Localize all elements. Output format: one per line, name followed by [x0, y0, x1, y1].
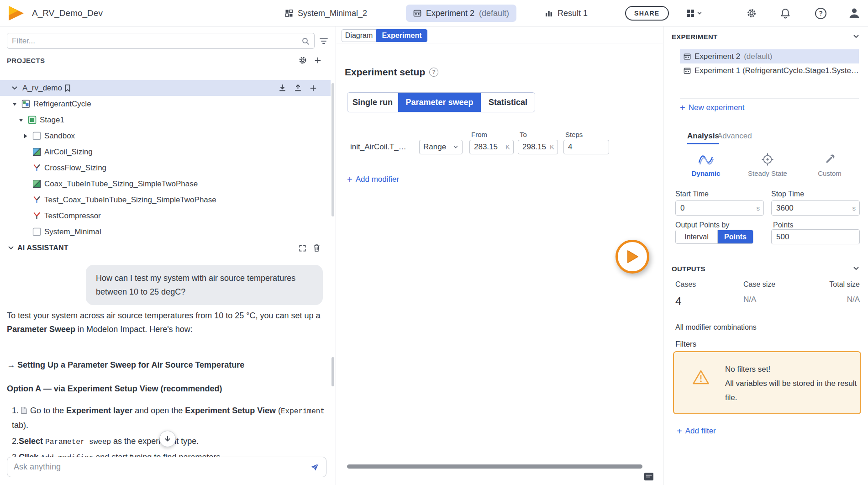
send-icon[interactable]: [310, 463, 320, 472]
tree-item-refrigerantcycle[interactable]: RefrigerantCycle: [0, 96, 331, 112]
stop-time-input[interactable]: [771, 200, 860, 216]
tree-item-stage1[interactable]: Stage1: [0, 112, 331, 128]
tree-item-system-minimal[interactable]: System_Minimal: [0, 224, 331, 240]
analysis-type-label: Steady State: [748, 169, 787, 177]
tree-item-testcompressor[interactable]: TestCompressor: [0, 208, 331, 224]
triangle-down-icon[interactable]: [16, 115, 26, 126]
apps-menu-button[interactable]: [686, 0, 702, 26]
triangle-down-icon[interactable]: [9, 99, 20, 110]
analysis-type-steady-state[interactable]: Steady State: [738, 153, 797, 177]
analysis-type-custom[interactable]: Custom: [800, 153, 859, 177]
experiment-list: Experiment 2 (default) Experiment 1 (Ref…: [680, 49, 859, 99]
projects-settings-gear-icon[interactable]: [298, 56, 307, 65]
modifier-parameter-name[interactable]: init_AirCoil.T_…: [350, 140, 417, 154]
mode-single-run[interactable]: Single run: [347, 93, 398, 112]
analysis-type-dynamic[interactable]: Dynamic: [676, 153, 736, 177]
tree-item-label: System_Minimal: [44, 227, 101, 237]
chevron-down-icon[interactable]: [7, 244, 15, 252]
upload-icon[interactable]: [292, 83, 303, 94]
share-button[interactable]: SHARE: [625, 6, 669, 21]
tree-item-label: Test_Coax_TubeInTube_Sizing_SimpleTwoPha…: [44, 195, 216, 205]
tab-experiment-2[interactable]: Experiment 2 (default): [406, 5, 516, 22]
add-project-plus-icon[interactable]: [314, 56, 322, 64]
new-experiment-link[interactable]: + New experiment: [680, 103, 745, 112]
mode-statistical[interactable]: Statistical: [481, 93, 535, 112]
steady-state-target-icon: [760, 153, 775, 166]
tree-scrollbar[interactable]: [331, 83, 334, 216]
start-time-input[interactable]: [675, 200, 764, 216]
add-filter-link[interactable]: + Add filter: [677, 427, 716, 436]
experiment-list-item[interactable]: Experiment 2 (default): [680, 49, 859, 63]
modifier-type-select[interactable]: Range: [419, 140, 463, 154]
ai-assistant-header[interactable]: AI ASSISTANT: [0, 240, 331, 256]
tab-advanced[interactable]: Advanced: [717, 132, 752, 141]
tab-system-minimal-2[interactable]: System_Minimal_2: [285, 0, 367, 26]
horizontal-scrollbar[interactable]: [347, 464, 642, 469]
experiment-suffix: (default): [744, 52, 772, 61]
toggle-points[interactable]: Points: [718, 230, 753, 243]
cases-value: 4: [675, 295, 681, 308]
ai-prompt-input[interactable]: [14, 462, 310, 472]
y-connector-icon: [31, 163, 42, 174]
user-avatar[interactable]: [847, 0, 861, 26]
expand-icon[interactable]: [299, 244, 306, 252]
tree-item-sandbox[interactable]: Sandbox: [0, 128, 331, 144]
from-field: K: [469, 140, 514, 154]
tree-item-test-coax[interactable]: Test_Coax_TubeInTube_Sizing_SimpleTwoPha…: [0, 192, 331, 208]
trash-icon[interactable]: [313, 244, 321, 252]
experiment-list-item[interactable]: Experiment 1 (RefrigerantCycle.Stage1.Sy…: [680, 63, 859, 78]
tree-item-label: A_rv_demo: [22, 84, 62, 93]
steps-input[interactable]: [563, 140, 609, 154]
analysis-type-label: Custom: [818, 169, 842, 177]
scroll-to-bottom-button[interactable]: [159, 431, 176, 447]
settings-button[interactable]: [746, 0, 757, 26]
experiment-name: Experiment 1 (RefrigerantCycle.Stage1.Sy…: [694, 66, 859, 75]
console-toggle-button[interactable]: [644, 472, 654, 481]
warning-text: No filters set! All variables will be st…: [725, 362, 859, 405]
seconds-unit-label: s: [757, 200, 760, 216]
tree-item-coax-tubeintube[interactable]: Coax_TubeInTube_Sizing_SimpleTwoPhase: [0, 176, 331, 192]
search-icon: [301, 37, 310, 45]
tab-diagram[interactable]: Diagram: [342, 29, 376, 42]
tree-item-aircoil-sizing[interactable]: AirCoil_Sizing: [0, 144, 331, 160]
empty-model-icon: [31, 227, 42, 237]
filter-input[interactable]: [12, 37, 301, 46]
y-connector-icon: [31, 211, 42, 221]
points-input[interactable]: [771, 229, 860, 244]
triangle-right-icon[interactable]: [20, 131, 31, 142]
tab-experiment[interactable]: Experiment: [376, 29, 427, 42]
toggle-interval[interactable]: Interval: [676, 230, 718, 243]
experiment-setup-title: Experiment setup ?: [345, 67, 438, 78]
mode-parameter-sweep[interactable]: Parameter sweep: [398, 93, 481, 112]
tree-item-crossflow-sizing[interactable]: CrossFlow_Sizing: [0, 160, 331, 176]
modelon-logo-icon[interactable]: [7, 5, 25, 21]
chat-scrollbar[interactable]: [331, 357, 334, 386]
tree-item-a-rv-demo[interactable]: A_rv_demo: [0, 80, 331, 96]
experiment-name: Experiment 2: [694, 52, 740, 61]
plus-icon[interactable]: [308, 83, 319, 94]
assistant-step-3: 3.Click Add modifier and start typing to…: [12, 450, 326, 457]
run-experiment-button[interactable]: [615, 240, 649, 274]
package-icon: [26, 115, 37, 126]
to-field: K: [518, 140, 558, 154]
help-button[interactable]: ?: [815, 0, 826, 26]
stop-time-label: Stop Time: [771, 190, 804, 198]
start-time-label: Start Time: [675, 190, 709, 198]
download-icon[interactable]: [277, 83, 288, 94]
add-modifier-link[interactable]: + Add modifier: [347, 175, 399, 184]
warning-triangle-icon: [692, 369, 710, 385]
tab-analysis[interactable]: Analysis: [687, 132, 719, 144]
steps-field: [563, 140, 609, 154]
help-icon[interactable]: ?: [429, 68, 438, 77]
tab-result-1[interactable]: Result 1: [545, 0, 588, 26]
to-column-label: To: [520, 131, 527, 138]
notifications-bell-icon[interactable]: [780, 0, 790, 26]
collapse-chevron-icon[interactable]: [852, 33, 860, 40]
chevron-down-icon[interactable]: [9, 83, 20, 94]
filter-options-icon[interactable]: [319, 37, 328, 45]
filter-field[interactable]: [7, 33, 315, 49]
chevron-down-icon: [697, 11, 702, 16]
ai-prompt-field[interactable]: [7, 457, 326, 477]
collapse-chevron-icon[interactable]: [852, 265, 860, 272]
tree-item-label: CrossFlow_Sizing: [44, 163, 106, 173]
